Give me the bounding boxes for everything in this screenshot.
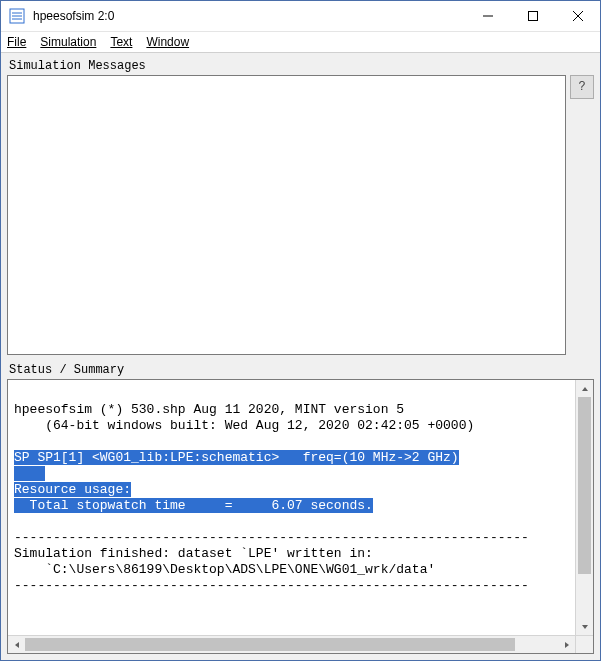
help-button[interactable]: ? [570, 75, 594, 99]
vertical-scroll-track[interactable] [576, 397, 593, 618]
status-highlight-line: Resource usage: [14, 482, 131, 497]
scroll-right-arrow-icon[interactable] [558, 636, 575, 653]
svg-marker-10 [15, 642, 19, 648]
status-line: (64-bit windows built: Wed Aug 12, 2020 … [14, 418, 474, 433]
status-body: hpeesofsim (*) 530.shp Aug 11 2020, MINT… [8, 380, 593, 635]
horizontal-scrollbar[interactable] [8, 635, 593, 653]
maximize-button[interactable] [510, 1, 555, 31]
close-button[interactable] [555, 1, 600, 31]
menu-simulation[interactable]: Simulation [40, 35, 96, 49]
svg-marker-9 [582, 625, 588, 629]
status-section: Status / Summary hpeesofsim (*) 530.shp … [7, 361, 594, 654]
horizontal-scroll-track[interactable] [25, 636, 558, 653]
menu-window[interactable]: Window [146, 35, 189, 49]
scroll-up-arrow-icon[interactable] [576, 380, 593, 397]
window-controls [465, 1, 600, 31]
vertical-scroll-thumb[interactable] [578, 397, 591, 574]
minimize-button[interactable] [465, 1, 510, 31]
status-highlight-line [14, 466, 45, 481]
menubar: File Simulation Text Window [1, 32, 600, 53]
svg-rect-5 [528, 12, 537, 21]
menu-file[interactable]: File [7, 35, 26, 49]
scroll-down-arrow-icon[interactable] [576, 618, 593, 635]
status-highlight-line: SP SP1[1] <WG01_lib:LPE:schematic> freq=… [14, 450, 459, 465]
status-line: Simulation finished: dataset `LPE' writt… [14, 546, 373, 561]
status-separator: ----------------------------------------… [14, 578, 529, 593]
vertical-scrollbar[interactable] [575, 380, 593, 635]
status-highlight-line: Total stopwatch time = 6.07 seconds. [14, 498, 373, 513]
content-area: Simulation Messages ? Status / Summary h… [1, 53, 600, 660]
status-line: `C:\Users\86199\Desktop\ADS\LPE\ONE\WG01… [14, 562, 435, 577]
horizontal-scroll-thumb[interactable] [25, 638, 515, 651]
status-line: hpeesofsim (*) 530.shp Aug 11 2020, MINT… [14, 402, 404, 417]
svg-marker-11 [565, 642, 569, 648]
scroll-left-arrow-icon[interactable] [8, 636, 25, 653]
status-pane: hpeesofsim (*) 530.shp Aug 11 2020, MINT… [7, 379, 594, 654]
status-text[interactable]: hpeesofsim (*) 530.shp Aug 11 2020, MINT… [8, 380, 575, 635]
window-title: hpeesofsim 2:0 [31, 9, 465, 23]
simulation-messages-label: Simulation Messages [9, 59, 594, 73]
status-summary-label: Status / Summary [9, 363, 594, 377]
app-icon [9, 8, 25, 24]
status-separator: ----------------------------------------… [14, 530, 529, 545]
svg-marker-8 [582, 387, 588, 391]
simulation-messages-row: ? [7, 75, 594, 355]
titlebar: hpeesofsim 2:0 [1, 1, 600, 32]
app-window: hpeesofsim 2:0 File Simulation Text Wind… [0, 0, 601, 661]
simulation-messages-pane[interactable] [7, 75, 566, 355]
scrollbar-corner [575, 636, 593, 653]
menu-text[interactable]: Text [110, 35, 132, 49]
